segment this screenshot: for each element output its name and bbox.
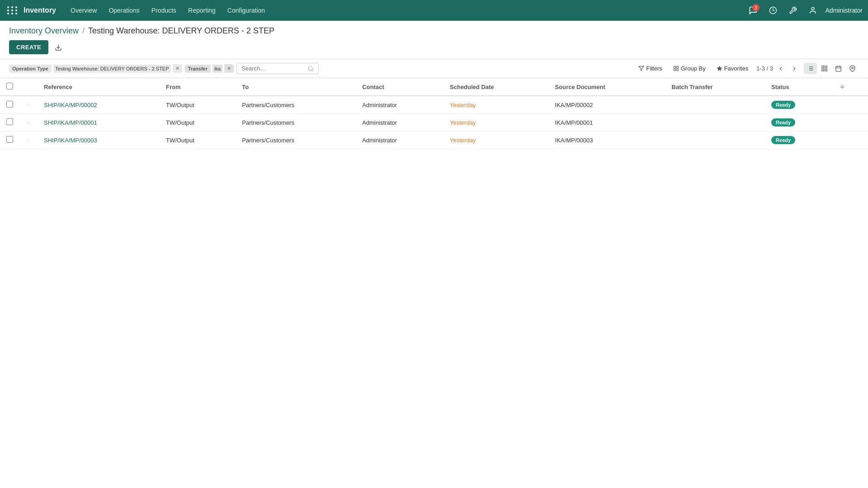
row-checkbox-2[interactable] (6, 136, 13, 143)
row-contact-0: Administrator (356, 96, 443, 114)
sort-icon-header[interactable] (833, 78, 868, 96)
svg-rect-18 (825, 66, 827, 68)
filters-label: Filters (646, 65, 662, 72)
view-switcher (804, 63, 859, 74)
source-document-header[interactable]: Source Document (549, 78, 665, 96)
row-checkbox-1[interactable] (6, 118, 13, 125)
nav-item-configuration[interactable]: Configuration (222, 4, 270, 17)
select-all-checkbox[interactable] (6, 83, 13, 89)
row-reference-0[interactable]: SHIP/IKA/MP/00002 (38, 96, 160, 114)
nav-brand[interactable]: Inventory (24, 6, 56, 14)
user-menu[interactable]: Administrator (826, 7, 863, 14)
group-by-button[interactable]: Group By (669, 63, 710, 74)
row-to-2: Partners/Customers (236, 131, 356, 149)
nav-menu: Overview Operations Products Reporting C… (65, 4, 744, 17)
to-header[interactable]: To (236, 78, 356, 96)
transfer-filter-value: ika (212, 65, 222, 73)
search-icon (307, 66, 314, 72)
batch-transfer-header[interactable]: Batch Transfer (665, 78, 765, 96)
pagination: 1-3 / 3 (756, 64, 800, 74)
sub-header: Inventory Overview / Testing Warehouse: … (0, 21, 868, 59)
svg-rect-19 (825, 69, 827, 71)
transfer-filter-label: Transfer (185, 65, 211, 73)
nav-item-overview[interactable]: Overview (65, 4, 102, 17)
row-contact-2: Administrator (356, 131, 443, 149)
svg-marker-5 (639, 66, 644, 71)
operation-type-filter-label: Operation Type (9, 65, 52, 73)
toolbar: CREATE (9, 40, 859, 59)
clock-icon-button[interactable] (766, 3, 780, 18)
select-all-header[interactable] (0, 78, 19, 96)
chevron-right-icon (791, 66, 797, 72)
scheduled-date-header[interactable]: Scheduled Date (443, 78, 549, 96)
calendar-view-button[interactable] (832, 63, 845, 74)
chat-icon-button[interactable]: 3 (746, 3, 760, 18)
user-name: Administrator (826, 7, 863, 14)
row-status-0: Ready (765, 96, 833, 114)
row-status-1: Ready (765, 114, 833, 131)
table-body: ☆ SHIP/IKA/MP/00002 TW/Output Partners/C… (0, 96, 868, 149)
operation-type-filter-value: Testing Warehouse: DELIVERY ORDERS - 2 S… (53, 65, 171, 73)
row-checkbox-cell[interactable] (0, 96, 19, 114)
from-header[interactable]: From (160, 78, 236, 96)
next-page-button[interactable] (788, 64, 800, 74)
map-view-button[interactable] (846, 63, 859, 74)
row-actions-1 (833, 114, 868, 131)
settings-icon-button[interactable] (786, 3, 800, 18)
row-star-0[interactable]: ☆ (19, 96, 38, 114)
table-row: ☆ SHIP/IKA/MP/00003 TW/Output Partners/C… (0, 131, 868, 149)
prev-page-button[interactable] (775, 64, 787, 74)
operation-type-filter: Operation Type Testing Warehouse: DELIVE… (9, 64, 182, 73)
nav-item-operations[interactable]: Operations (103, 4, 145, 17)
list-view-button[interactable] (804, 63, 817, 74)
row-batch-2 (665, 131, 765, 149)
top-navigation: Inventory Overview Operations Products R… (0, 0, 868, 21)
svg-rect-9 (674, 69, 675, 71)
table-row: ☆ SHIP/IKA/MP/00001 TW/Output Partners/C… (0, 114, 868, 131)
row-checkbox-0[interactable] (6, 101, 13, 108)
contact-header[interactable]: Contact (356, 78, 443, 96)
row-checkbox-cell[interactable] (0, 131, 19, 149)
reference-header[interactable]: Reference (38, 78, 160, 96)
breadcrumb-parent[interactable]: Inventory Overview (9, 26, 79, 36)
row-reference-2[interactable]: SHIP/IKA/MP/00003 (38, 131, 160, 149)
transfer-filter: Transfer ika ✕ (185, 64, 234, 73)
operation-type-filter-close[interactable]: ✕ (173, 64, 182, 73)
create-button[interactable]: CREATE (9, 40, 48, 54)
group-by-icon (673, 66, 679, 71)
nav-item-products[interactable]: Products (146, 4, 182, 17)
favorites-label: Favorites (724, 65, 748, 72)
apps-menu-button[interactable] (5, 3, 20, 18)
svg-rect-17 (822, 66, 824, 68)
svg-rect-21 (836, 66, 841, 71)
filters-button[interactable]: Filters (634, 63, 666, 74)
kanban-view-button[interactable] (818, 63, 831, 74)
search-input[interactable] (241, 65, 305, 72)
user-avatar-icon[interactable] (806, 3, 820, 18)
svg-line-4 (312, 70, 313, 71)
row-actions-0 (833, 96, 868, 114)
svg-marker-10 (717, 66, 722, 70)
nav-right-section: 3 Administrator (746, 3, 863, 18)
status-header[interactable]: Status (765, 78, 833, 96)
svg-rect-6 (674, 66, 675, 68)
row-star-2[interactable]: ☆ (19, 131, 38, 149)
row-star-1[interactable]: ☆ (19, 114, 38, 131)
row-source-1: IKA/MP/00001 (549, 114, 665, 131)
row-batch-1 (665, 114, 765, 131)
row-date-0: Yesterday (443, 96, 549, 114)
favorites-button[interactable]: Favorites (712, 63, 753, 74)
search-box[interactable] (236, 63, 319, 74)
table-header: Reference From To Contact Scheduled Date (0, 78, 868, 96)
nav-item-reporting[interactable]: Reporting (183, 4, 221, 17)
transfer-filter-close[interactable]: ✕ (224, 64, 234, 73)
group-by-label: Group By (681, 65, 706, 72)
download-button[interactable] (52, 41, 65, 54)
svg-rect-20 (822, 69, 824, 71)
row-from-1: TW/Output (160, 114, 236, 131)
row-checkbox-cell[interactable] (0, 114, 19, 131)
table-row: ☆ SHIP/IKA/MP/00002 TW/Output Partners/C… (0, 96, 868, 114)
breadcrumb: Inventory Overview / Testing Warehouse: … (9, 26, 859, 36)
row-to-0: Partners/Customers (236, 96, 356, 114)
row-reference-1[interactable]: SHIP/IKA/MP/00001 (38, 114, 160, 131)
